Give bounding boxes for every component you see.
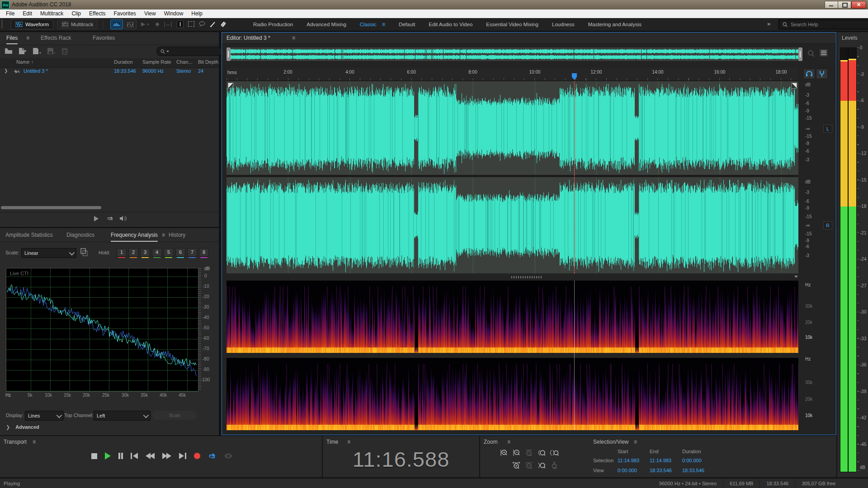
timeline-ruler[interactable]: hms 2:00 4:00 6:00 8:00 10:00 12:00 14:0…: [226, 68, 798, 81]
hold-button-2[interactable]: 2: [128, 248, 138, 257]
view-end-value[interactable]: 18:33.546: [650, 468, 672, 473]
zoom-in-vertical-button[interactable]: [498, 448, 509, 458]
close-button[interactable]: ✕: [851, 1, 866, 9]
maximize-button[interactable]: [838, 1, 851, 9]
lasso-selection-tool-icon[interactable]: [199, 21, 205, 27]
editor-panel-menu-icon[interactable]: ≡: [292, 35, 295, 41]
time-display[interactable]: 11:16.588: [323, 447, 479, 472]
search-help-field[interactable]: Search Help: [778, 19, 868, 29]
spectral-pitch-toggle[interactable]: [816, 69, 828, 79]
wave-spectral-splitter[interactable]: [222, 274, 836, 280]
zoom-in-at-playhead-button[interactable]: [549, 460, 560, 470]
preview-loop-button[interactable]: [107, 216, 113, 221]
waveform-display[interactable]: [226, 81, 798, 273]
zoom-out-full-button[interactable]: [524, 448, 534, 458]
fade-out-handle[interactable]: [791, 83, 797, 89]
overview-navigator[interactable]: [226, 47, 802, 61]
trash-icon[interactable]: [61, 47, 68, 55]
tab-favorites[interactable]: Favorites: [93, 35, 115, 41]
menu-help[interactable]: Help: [187, 9, 207, 18]
files-horizontal-scrollbar[interactable]: [1, 206, 101, 209]
spectral-playhead[interactable]: [574, 281, 575, 430]
menu-file[interactable]: File: [2, 9, 19, 18]
minimize-button[interactable]: [825, 1, 838, 9]
overview-right-handle[interactable]: [798, 47, 802, 61]
waveform-playhead[interactable]: [574, 81, 575, 273]
loop-playback-button[interactable]: [208, 452, 216, 460]
menu-view[interactable]: View: [140, 9, 160, 18]
spectral-headphone-toggle[interactable]: [803, 69, 815, 79]
tab-amplitude-statistics[interactable]: Amplitude Statistics: [5, 232, 53, 238]
multitrack-view-button[interactable]: Multitrack: [57, 19, 98, 29]
play-button[interactable]: [105, 452, 111, 460]
workspace-classic-menu-icon[interactable]: ≡: [382, 21, 385, 28]
stop-button[interactable]: [91, 453, 97, 459]
time-selection-tool-icon[interactable]: I: [177, 20, 184, 28]
right-channel-badge[interactable]: R: [823, 221, 832, 230]
hold-button-5[interactable]: 5: [164, 248, 174, 257]
fast-forward-button[interactable]: [162, 453, 171, 459]
editor-tab[interactable]: Editor: Untitled 3 *: [226, 35, 270, 41]
new-file-icon[interactable]: [33, 47, 42, 55]
fade-in-handle[interactable]: [228, 83, 234, 89]
workspace-default[interactable]: Default: [399, 22, 415, 27]
slip-tool-icon[interactable]: |↔|: [164, 21, 172, 27]
workspace-overflow-button[interactable]: »: [767, 20, 770, 27]
frequency-graph[interactable]: [6, 268, 198, 392]
transport-panel-menu-icon[interactable]: ≡: [33, 439, 36, 445]
zoom-to-selection-button[interactable]: [549, 448, 560, 458]
advanced-expander[interactable]: ❯Advanced: [6, 424, 39, 430]
menu-multitrack[interactable]: Multitrack: [36, 9, 67, 18]
save-file-icon[interactable]: [47, 47, 56, 55]
level-meter-right[interactable]: [848, 47, 857, 472]
workspace-classic[interactable]: Classic: [360, 22, 377, 27]
column-name[interactable]: Name ↑: [16, 59, 33, 65]
time-panel-menu-icon[interactable]: ≡: [347, 439, 350, 445]
file-row-expander[interactable]: ❯: [4, 68, 8, 73]
workspace-edit-audio-to-video[interactable]: Edit Audio to Video: [429, 22, 472, 27]
workspace-mastering-and-analysis[interactable]: Mastering and Analysis: [588, 22, 642, 27]
selection-panel-menu-icon[interactable]: ≡: [634, 439, 637, 445]
workspace-loudness[interactable]: Loudness: [552, 22, 575, 27]
scale-dropdown[interactable]: Linear: [21, 248, 76, 258]
show-waveform-toggle[interactable]: [110, 19, 123, 29]
pause-button[interactable]: [118, 453, 123, 459]
analysis-panel-menu-icon[interactable]: ≡: [162, 232, 165, 238]
tab-diagnostics[interactable]: Diagnostics: [66, 232, 94, 238]
menu-effects[interactable]: Effects: [85, 9, 109, 18]
hold-button-6[interactable]: 6: [175, 248, 185, 257]
skip-selection-button[interactable]: [224, 453, 233, 459]
editor-list-icon[interactable]: [820, 49, 828, 56]
preview-play-button[interactable]: [94, 216, 99, 221]
zoom-panel-menu-icon[interactable]: ≡: [507, 439, 510, 445]
tab-effects-rack[interactable]: Effects Rack: [41, 35, 71, 41]
menu-window[interactable]: Window: [160, 9, 188, 18]
hold-button-8[interactable]: 8: [199, 248, 209, 257]
zoom-out-vertical-button[interactable]: [511, 448, 522, 458]
hold-button-4[interactable]: 4: [152, 248, 162, 257]
column-bit-depth[interactable]: Bit Depth: [198, 59, 218, 65]
paintbrush-tool-icon[interactable]: [210, 21, 216, 27]
waveform-view-button[interactable]: Waveform: [11, 19, 53, 29]
left-channel-badge[interactable]: L: [823, 125, 832, 133]
column-duration[interactable]: Duration: [114, 59, 133, 65]
show-spectral-toggle[interactable]: [124, 19, 137, 29]
display-dropdown[interactable]: Lines: [25, 411, 64, 421]
open-file-icon[interactable]: [5, 48, 13, 54]
spectral-display[interactable]: [226, 281, 798, 430]
column-sample-rate[interactable]: Sample Rate: [142, 59, 171, 65]
top-channel-dropdown[interactable]: Left: [94, 411, 151, 421]
marquee-selection-tool-icon[interactable]: [188, 21, 194, 27]
files-search-field[interactable]: [156, 47, 222, 56]
hold-button-3[interactable]: 3: [140, 248, 150, 257]
selection-start-value[interactable]: 11:14.983: [618, 458, 639, 463]
zoom-out-horizontal-button[interactable]: [524, 460, 534, 470]
workspace-essential-video-mixing[interactable]: Essential Video Mixing: [486, 22, 538, 27]
spectral-scale-menu-arrow[interactable]: [794, 276, 798, 278]
level-meter-left[interactable]: [840, 47, 848, 472]
skip-to-start-button[interactable]: [131, 453, 138, 459]
rewind-button[interactable]: [146, 453, 155, 459]
tab-frequency-analysis[interactable]: Frequency Analysis: [111, 232, 158, 242]
file-row[interactable]: ❯ Untitled 3 * 18:33.546 96000 Hz Stereo…: [0, 67, 219, 76]
tab-files[interactable]: Files: [6, 35, 18, 44]
